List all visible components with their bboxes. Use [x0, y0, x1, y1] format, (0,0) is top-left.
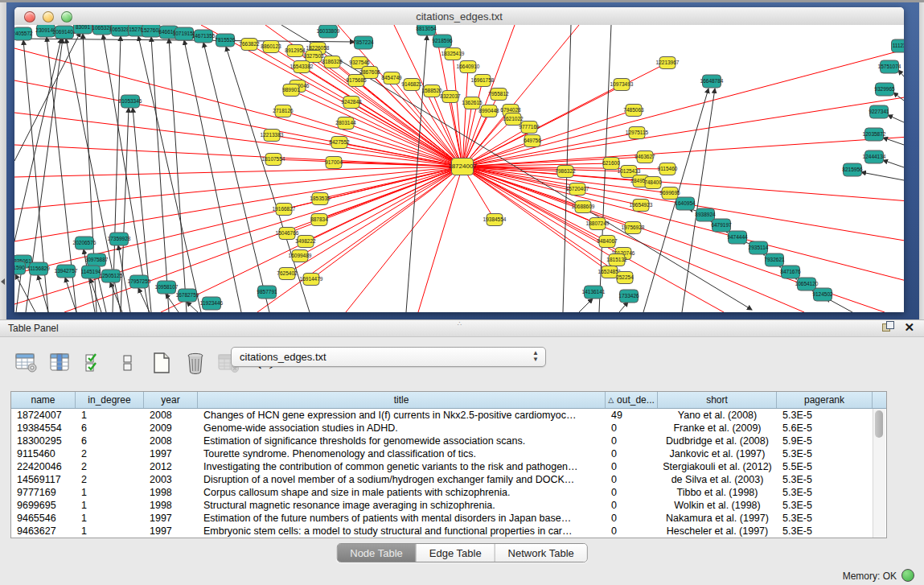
delete-table-button[interactable]	[183, 351, 207, 375]
network-node-yellow[interactable]: 19654923	[630, 200, 653, 212]
network-node-teal[interactable]: 8813054	[416, 25, 437, 35]
table-row[interactable]: 2242004622012Investigating the contribut…	[11, 460, 886, 473]
network-node-yellow[interactable]: 649756	[524, 135, 541, 147]
citation-edge-red[interactable]	[462, 80, 483, 167]
network-node-teal[interactable]: 16033809	[317, 25, 340, 38]
collapse-panel-icon[interactable]	[1, 278, 5, 285]
table-row[interactable]: 977716911998Corpus callosum shape and si…	[11, 486, 886, 499]
citation-edge-black[interactable]	[169, 39, 187, 312]
network-node-yellow[interactable]: 16640910	[457, 61, 480, 73]
network-node-yellow[interactable]: 8454749	[381, 72, 402, 84]
row-height-button[interactable]	[116, 351, 140, 375]
network-node-yellow[interactable]: 12213967	[656, 57, 680, 69]
network-node-yellow[interactable]: 9146821	[401, 79, 422, 91]
network-node-teal[interactable]: 16648784	[700, 75, 724, 88]
network-node-yellow[interactable]: 8427552	[329, 137, 350, 149]
network-node-teal[interactable]: 17957255	[128, 275, 151, 288]
select-columns-button[interactable]	[82, 351, 106, 375]
table-row[interactable]: 969969511998Structural magnetic resonanc…	[11, 499, 886, 512]
network-node-teal[interactable]: 20206576	[73, 237, 97, 249]
citation-edge-black[interactable]	[151, 37, 169, 312]
network-node-yellow[interactable]: 7485063	[623, 105, 644, 117]
network-node-yellow[interactable]: 12975115	[626, 127, 649, 139]
network-node-yellow[interactable]: 1815132	[606, 254, 627, 266]
network-node-teal[interactable]: 9124502	[812, 288, 833, 301]
table-row[interactable]: 1830029562008Estimation of significance …	[11, 435, 886, 447]
network-node-yellow[interactable]: 19756928	[622, 222, 645, 234]
tab-edge-table[interactable]: Edge Table	[417, 544, 495, 562]
network-node-teal[interactable]: 1640954	[675, 197, 696, 210]
table-row[interactable]: 946554611997Estimation of the future num…	[11, 512, 886, 525]
network-node-teal[interactable]: 1145194	[81, 266, 101, 278]
column-header-year[interactable]: year	[144, 392, 198, 408]
network-node-yellow[interactable]: 9175685	[346, 75, 367, 87]
network-node-teal[interactable]: 17359928	[108, 233, 131, 245]
network-node-yellow[interactable]: 16914479	[300, 274, 323, 286]
table-row[interactable]: 1872400712008Changes of HCN gene express…	[11, 409, 886, 422]
network-node-yellow[interactable]: 19384554	[483, 214, 507, 226]
citation-edge-black[interactable]	[883, 160, 904, 167]
citation-edge-red[interactable]	[462, 67, 468, 167]
column-header-pagerank[interactable]: pagerank	[777, 392, 873, 408]
network-node-teal[interactable]: 391590	[14, 262, 26, 274]
citation-edge-black[interactable]	[861, 172, 904, 180]
network-node-teal[interactable]: 9227341	[869, 105, 889, 118]
network-node-teal[interactable]: 2405572	[14, 27, 33, 40]
network-node-yellow[interactable]: 8322037	[440, 91, 461, 103]
network-node-teal[interactable]: 7815526	[215, 34, 236, 47]
network-node-yellow[interactable]: 19166827	[273, 204, 296, 216]
table-vertical-scrollbar[interactable]	[873, 409, 885, 538]
network-node-teal[interactable]: 9474444	[727, 231, 748, 244]
network-node-yellow[interactable]: 989901	[282, 84, 300, 97]
citation-edge-black[interactable]	[406, 35, 427, 312]
network-node-yellow[interactable]: 917004	[325, 157, 343, 169]
network-node-yellow[interactable]: 7625402	[277, 268, 298, 280]
citation-edge-black[interactable]	[110, 282, 122, 312]
network-node-teal[interactable]: 11156829	[27, 262, 50, 275]
network-node-yellow[interactable]: 9242848	[341, 97, 362, 109]
network-node-teal[interactable]: 83091	[74, 25, 92, 34]
network-node-yellow[interactable]: 1853535	[310, 193, 331, 205]
network-node-teal[interactable]: 7932621	[764, 253, 785, 266]
network-node-yellow[interactable]: 18107554	[262, 154, 285, 166]
table-row[interactable]: 911546021997Tourette syndrome. Phenomeno…	[11, 447, 886, 460]
network-node-teal[interactable]: 7857224	[353, 36, 374, 49]
table-row[interactable]: 1456911722003Disruption of a novel membe…	[11, 473, 886, 486]
network-canvas[interactable]: 2405572230914020691406830911065321106532…	[14, 25, 904, 312]
network-node-yellow[interactable]: 1588520	[421, 85, 442, 97]
network-node-teal[interactable]: 1733426	[618, 290, 639, 303]
citation-edge-black[interactable]	[579, 299, 593, 312]
network-node-teal[interactable]: 12444134	[863, 150, 886, 163]
network-node-teal[interactable]: 9218596	[432, 35, 453, 47]
citation-edge-red[interactable]	[14, 167, 462, 241]
tab-node-table[interactable]: Node Table	[337, 544, 417, 562]
citation-edge-black[interactable]	[619, 302, 628, 312]
network-node-yellow[interactable]: 7663822	[239, 39, 260, 51]
show-columns-button[interactable]	[48, 351, 72, 375]
network-node-teal[interactable]: 15751074	[878, 60, 901, 73]
zoom-window-icon[interactable]	[61, 11, 72, 23]
column-header-short[interactable]: short	[658, 392, 777, 408]
network-node-teal[interactable]: 11923446	[200, 297, 224, 310]
citation-edge-red[interactable]	[14, 167, 462, 177]
network-node-yellow[interactable]: 8186328	[322, 56, 343, 68]
network-node-teal[interactable]: 14671355	[192, 30, 216, 43]
memory-status-indicator[interactable]	[901, 569, 914, 582]
network-node-teal[interactable]: 20691406	[53, 26, 76, 39]
citation-edge-red[interactable]	[418, 167, 462, 312]
network-node-yellow[interactable]: 9777169	[519, 122, 540, 134]
network-node-yellow[interactable]: 9484067	[597, 236, 618, 248]
hub-node[interactable]: 18724007	[448, 159, 477, 175]
network-node-yellow[interactable]: 7955812	[488, 89, 509, 101]
citation-edge-red[interactable]	[14, 48, 462, 167]
network-node-yellow[interactable]: 887834	[310, 214, 328, 226]
float-panel-icon[interactable]	[882, 321, 894, 333]
citation-edge-red[interactable]	[14, 167, 462, 209]
network-node-teal[interactable]: 14136141	[582, 286, 606, 299]
tab-network-table[interactable]: Network Table	[495, 544, 587, 562]
network-node-yellow[interactable]: 16961758	[471, 75, 495, 87]
network-node-yellow[interactable]: 2718126	[273, 105, 294, 117]
network-node-teal[interactable]: 111230	[892, 39, 905, 52]
column-header-indegree[interactable]: in_degree	[76, 392, 144, 408]
citation-edge-black[interactable]	[187, 302, 198, 312]
